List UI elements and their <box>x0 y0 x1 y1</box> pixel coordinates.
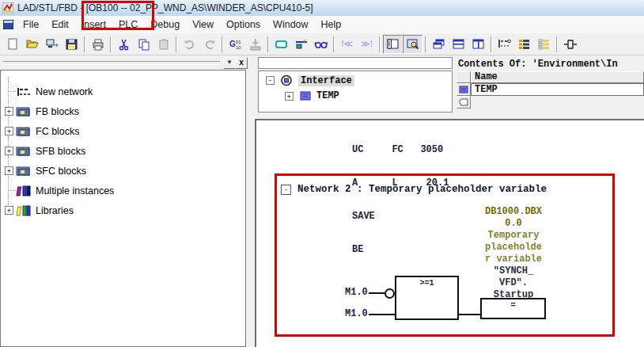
corner-cell <box>456 71 471 83</box>
temp-branch-row[interactable]: + TEMP <box>285 90 339 101</box>
next-error-glyph: ≫! <box>361 39 373 49</box>
pane-close-button[interactable]: x <box>235 57 248 69</box>
open-online-icon[interactable] <box>42 35 62 54</box>
name-cell[interactable] <box>471 96 644 109</box>
expander-plus[interactable]: + <box>5 127 13 135</box>
toolbar-separator <box>176 36 177 52</box>
split-horizontal-icon[interactable] <box>449 35 468 54</box>
window-title-prefix: LAD/STL/FBD <box>17 2 80 13</box>
name-column-header[interactable]: Name <box>471 71 644 83</box>
overview-icon[interactable] <box>403 35 422 54</box>
print-icon[interactable] <box>88 35 108 54</box>
toolbar-separator <box>110 36 112 52</box>
block-folder-icon <box>16 145 32 158</box>
input2-wire <box>369 314 395 315</box>
catalog-icon[interactable] <box>271 35 291 54</box>
menu-plc[interactable]: PLC <box>112 16 144 33</box>
table-row[interactable]: TEMP <box>456 83 644 96</box>
tree-item-label[interactable]: New network <box>36 86 93 97</box>
assign-coil-box[interactable]: = <box>480 298 546 319</box>
program-elements-toggle-icon[interactable] <box>383 35 403 54</box>
next-error-icon: ≫! <box>357 35 377 54</box>
tree-item-fc-blocks[interactable]: + FC blocks <box>1 121 245 141</box>
network2-header[interactable]: - Network 2 : Temporary placeholder vari… <box>281 184 547 195</box>
symbol-table-icon[interactable] <box>514 35 534 54</box>
tree-item-fb-blocks[interactable]: + FB blocks <box>1 101 245 121</box>
lad-element-icon[interactable] <box>560 35 580 54</box>
paste-icon <box>153 35 173 54</box>
tree-item-sfb-blocks[interactable]: + SFB blocks <box>1 141 245 161</box>
operand-address: 0.0 <box>471 218 556 230</box>
name-cell[interactable]: TEMP <box>471 83 644 96</box>
new-network-icon[interactable] <box>494 35 514 54</box>
cut-icon[interactable] <box>114 35 134 54</box>
menu-insert[interactable]: Insert <box>75 16 112 33</box>
interface-root-row[interactable]: - Interface <box>266 74 354 86</box>
network2-title[interactable]: Network 2 : Temporary placeholder variab… <box>297 184 547 195</box>
menu-options[interactable]: Options <box>220 16 267 33</box>
menu-help[interactable]: Help <box>315 16 348 33</box>
toolbar-separator <box>333 36 335 52</box>
tree-item-new-network[interactable]: New network <box>1 82 245 101</box>
interface-icon <box>279 74 294 86</box>
input1-wire <box>369 292 385 294</box>
tree-connector <box>9 190 16 191</box>
code-editor[interactable]: UC FC 3050 A L 20.1 SAVE BE - Network 2 … <box>255 119 644 347</box>
menu-file[interactable]: File <box>17 16 45 33</box>
monitor-variables-icon[interactable] <box>311 35 331 54</box>
open-icon[interactable] <box>22 35 42 54</box>
tree-item-label[interactable]: Multiple instances <box>36 185 114 196</box>
pane-grip[interactable] <box>3 61 220 65</box>
row-header-cell[interactable] <box>456 83 471 96</box>
new-row-icon <box>459 98 468 106</box>
menu-view[interactable]: View <box>186 16 220 33</box>
expander-plus[interactable]: + <box>5 166 13 175</box>
previous-error-glyph: !≪ <box>341 39 353 49</box>
menu-window[interactable]: Window <box>267 16 314 33</box>
expander-plus[interactable]: + <box>285 92 294 101</box>
interface-label[interactable]: Interface <box>298 75 354 86</box>
expander-plus[interactable]: + <box>5 107 13 116</box>
tree-item-libraries[interactable]: + Libraries <box>1 200 245 220</box>
or-input1-operand[interactable]: M1.0 <box>345 287 368 298</box>
tree-item-label[interactable]: SFC blocks <box>36 166 86 177</box>
pane-dropdown-button[interactable]: ▾ <box>223 57 236 69</box>
stl-line: UC FC 3050 <box>352 144 449 155</box>
download-icon <box>245 35 265 54</box>
connection-icon[interactable] <box>291 35 311 54</box>
menu-debug[interactable]: Debug <box>144 16 186 33</box>
go-online-icon[interactable]: G0110 <box>225 35 245 54</box>
symbol-information-icon[interactable] <box>534 35 554 54</box>
collapse-icon[interactable]: - <box>281 185 291 195</box>
new-icon[interactable] <box>2 35 22 54</box>
catalog-pane-titlebar[interactable]: ▾ x <box>0 55 247 70</box>
table-row-empty[interactable] <box>456 96 644 109</box>
tree-item-sfc-blocks[interactable]: + SFC blocks <box>1 161 245 181</box>
cascade-windows-icon[interactable] <box>429 35 449 54</box>
toolbar-separator <box>491 36 492 52</box>
temp-label[interactable]: TEMP <box>316 90 339 101</box>
previous-error-icon: !≪ <box>337 35 357 54</box>
tree-item-label[interactable]: Libraries <box>36 205 74 216</box>
mdi-child-icon[interactable] <box>3 20 13 29</box>
row-header-cell[interactable] <box>456 96 471 109</box>
copy-icon[interactable] <box>134 35 153 54</box>
save-icon[interactable] <box>62 35 81 54</box>
or-input2-operand[interactable]: M1.0 <box>345 308 368 319</box>
undo-icon <box>180 35 199 54</box>
or-gate-box[interactable]: >=1 <box>395 276 459 320</box>
variable-table: Name TEMP <box>456 71 644 109</box>
tree-item-label[interactable]: FB blocks <box>36 106 79 117</box>
menu-edit[interactable]: Edit <box>45 16 75 33</box>
operand-address: DB1000.DBX <box>471 206 556 218</box>
tree-item-label[interactable]: FC blocks <box>36 126 80 137</box>
tree-item-multiple-instances[interactable]: Multiple instances <box>1 181 245 200</box>
expander-minus[interactable]: - <box>266 76 275 85</box>
tree-item-label[interactable]: SFB blocks <box>36 146 85 157</box>
declaration-row-icon <box>459 86 468 93</box>
expander-plus[interactable]: + <box>5 147 13 155</box>
svg-text:G: G <box>229 40 236 48</box>
split-vertical-icon[interactable] <box>468 35 488 54</box>
expander-plus[interactable]: + <box>5 206 13 215</box>
operand-comment: placeholde <box>471 242 556 254</box>
